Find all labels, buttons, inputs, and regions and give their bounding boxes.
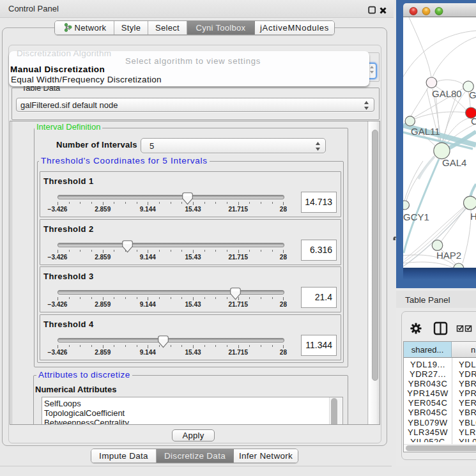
svg-text:GAL4: GAL4 bbox=[442, 157, 466, 168]
svg-text:GAL80: GAL80 bbox=[432, 88, 462, 99]
svg-text:HAP2: HAP2 bbox=[436, 250, 461, 261]
svg-text:C: C bbox=[471, 116, 476, 127]
svg-text:GAL11: GAL11 bbox=[411, 126, 440, 137]
svg-text:GCY1: GCY1 bbox=[403, 211, 429, 222]
svg-text:G.: G. bbox=[469, 89, 476, 100]
svg-text:H: H bbox=[470, 211, 476, 222]
